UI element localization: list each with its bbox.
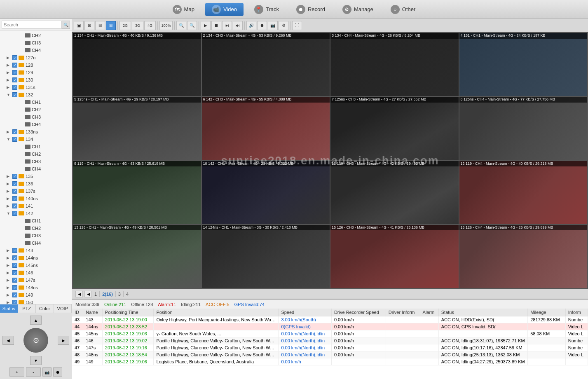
tb-volume[interactable]: 🔊 [246, 21, 256, 30]
tree-checkbox[interactable]: ✓ [12, 137, 17, 142]
tree-item-134_ch2[interactable]: CH2 [12, 150, 72, 158]
tb-4g[interactable]: 4G [144, 21, 156, 30]
tb-play[interactable]: ▶ [201, 21, 211, 30]
tree-item-142_ch1[interactable]: CH1 [12, 217, 72, 225]
tree-checkbox[interactable]: ✓ [12, 278, 17, 283]
tree-item-136[interactable]: ▶✓136 [5, 180, 72, 187]
tree-item-128[interactable]: ▶✓128 [5, 61, 72, 69]
tree-checkbox[interactable]: ✓ [12, 129, 17, 134]
video-cell-9[interactable]: 9 119 - CH1 - Main-Stream - 4G - 43 KB/S… [73, 161, 201, 224]
video-cell-16[interactable]: 16 126 - CH4 - Main-Stream - 4G - 26 KB/… [459, 225, 588, 288]
search-button[interactable]: 🔍 [62, 21, 70, 29]
tree-checkbox[interactable]: ✓ [12, 92, 17, 97]
nav-video[interactable]: 📹 Video [205, 3, 244, 16]
tree-item-131s[interactable]: ▶✓131s [5, 84, 72, 91]
tree-expander[interactable]: ▼ [7, 137, 12, 141]
video-cell-6[interactable]: 6 142 - CH3 - Main-Stream - 4G - 55 KB/S… [202, 97, 330, 160]
tree-expander[interactable]: ▼ [7, 93, 12, 97]
tree-expander[interactable]: ▶ [7, 263, 12, 267]
nav-record[interactable]: ⏺ Record [290, 3, 332, 16]
tree-item-133ns[interactable]: ▶✓133ns [5, 128, 72, 136]
tb-layout-3[interactable]: ⊟ [95, 21, 105, 30]
tree-checkbox[interactable]: ✓ [12, 255, 17, 260]
data-table-scroll[interactable]: ID Name Positioning Time Position Speed … [72, 309, 588, 379]
tree-checkbox[interactable]: ✓ [12, 300, 17, 304]
tree-checkbox[interactable]: ✓ [12, 285, 17, 290]
tb-2g[interactable]: 2G [119, 21, 131, 30]
tb-layout-2[interactable]: ⊞ [84, 21, 94, 30]
tree-expander[interactable]: ▶ [7, 70, 12, 75]
video-cell-11[interactable]: 11 119 - CH3 - Main-Stream - 4G - 42 KB/… [330, 161, 459, 224]
ptz-joystick[interactable]: ⊙ [23, 328, 48, 353]
tb-100[interactable]: 100% [159, 21, 173, 30]
tree-expander[interactable]: ▶ [7, 256, 12, 260]
tree-item-142[interactable]: ▼✓142 [5, 210, 72, 217]
tree-expander[interactable]: ▶ [7, 56, 12, 60]
table-row[interactable]: 431432019-06-22 13:19:00Oxley Highway, P… [72, 316, 588, 323]
tree-item-144ns[interactable]: ▶✓144ns [5, 254, 72, 262]
tb-snapshot[interactable]: 📷 [268, 21, 278, 30]
ptz-record[interactable]: ⏺ [53, 367, 62, 377]
tree-item-134_ch4[interactable]: CH4 [12, 165, 72, 173]
nav-track[interactable]: 📍 Track [248, 3, 286, 16]
nav-map[interactable]: 🗺 Map [166, 3, 201, 16]
video-cell-12[interactable]: 12 119 - CH4 - Main-Stream - 4G - 40 KB/… [459, 161, 588, 224]
tb-layout-1[interactable]: ▣ [74, 21, 84, 30]
table-row[interactable]: 45145ns2019-06-22 13:19:03y- Grafton, Ne… [72, 330, 588, 337]
tree-expander[interactable]: ▶ [7, 197, 12, 201]
tree-checkbox[interactable]: ✓ [12, 270, 17, 275]
tree-expander[interactable]: ▼ [7, 211, 12, 215]
video-cell-3[interactable]: 3 134 - CH4 - Main-Stream - 4G - 26 KB/S… [330, 33, 459, 96]
tree-item-ch3[interactable]: CH3 [12, 39, 72, 47]
video-cell-8[interactable]: 8 125ns - CH4 - Main-Stream - 4G - 77 KB… [459, 97, 588, 160]
tree-expander[interactable]: ▶ [7, 300, 12, 304]
tree-item-132[interactable]: ▼✓132 [5, 91, 72, 98]
tree-checkbox[interactable]: ✓ [12, 196, 17, 201]
ptz-up[interactable]: ▲ [30, 316, 42, 325]
table-row[interactable]: 491492019-06-22 13:19:06Logistics Place,… [72, 358, 588, 365]
video-cell-7[interactable]: 7 125ns - CH3 - Main-Stream - 4G - 27 KB… [330, 97, 459, 160]
ptz-zoom-out[interactable]: - [26, 367, 41, 377]
video-cell-15[interactable]: 15 126 - CH3 - Main-Stream - 4G - 41 KB/… [330, 225, 459, 288]
ptz-zoom-in[interactable]: + [9, 367, 24, 377]
video-cell-13[interactable]: 13 126 - CH1 - Main-Stream - 4G - 49 KB/… [73, 225, 201, 288]
tree-item-134_ch1[interactable]: CH1 [12, 143, 72, 150]
tree-expander[interactable]: ▶ [7, 293, 12, 297]
tree-checkbox[interactable]: ✓ [12, 174, 17, 179]
tree-item-142_ch2[interactable]: CH2 [12, 225, 72, 232]
page-4[interactable]: 4 [125, 292, 129, 297]
tree-item-143[interactable]: ▶✓143 [5, 247, 72, 254]
page-prev[interactable]: ◀ [75, 291, 83, 297]
tree-checkbox[interactable]: ✓ [12, 55, 17, 60]
tree-checkbox[interactable]: ✓ [12, 263, 17, 268]
tree-expander[interactable]: ▶ [7, 278, 12, 282]
nav-manage[interactable]: ⚙ Manage [336, 3, 380, 16]
video-cell-4[interactable]: 4 151 - CH1 - Main-Stream - 4G - 24 KB/S… [459, 33, 588, 96]
tree-item-150[interactable]: ▶✓150 [5, 299, 72, 304]
tree-checkbox[interactable]: ✓ [12, 85, 17, 90]
tb-3g[interactable]: 3G [132, 21, 143, 30]
ptz-right[interactable]: ▶ [58, 336, 69, 345]
table-row[interactable]: 44144ns2019-06-22 13:23:520(GPS Invalid)… [72, 323, 588, 330]
tree-item-142_ch3[interactable]: CH3 [12, 232, 72, 239]
page-2[interactable]: 2(16) [101, 292, 114, 297]
tree-expander[interactable]: ▶ [7, 271, 12, 275]
tree-item-130[interactable]: ▶✓130 [5, 76, 72, 84]
tree-expander[interactable]: ▶ [7, 189, 12, 193]
ptz-snap[interactable]: 📷 [42, 367, 52, 377]
tree-checkbox[interactable]: ✓ [12, 181, 17, 186]
tree-item-146[interactable]: ▶✓146 [5, 269, 72, 276]
video-cell-5[interactable]: 5 125ns - CH1 - Main-Stream - 4G - 29 KB… [73, 97, 201, 160]
tree-checkbox[interactable]: ✓ [12, 70, 17, 75]
page-first[interactable]: ◀ [84, 291, 92, 297]
tree-item-ch2[interactable]: CH2 [12, 32, 72, 39]
tab-ptz[interactable]: PTZ [18, 304, 36, 313]
tree-item-132_ch1[interactable]: CH1 [12, 98, 72, 106]
search-input[interactable] [2, 21, 62, 29]
tree-item-135[interactable]: ▶✓135 [5, 173, 72, 180]
tree-item-142_ch4[interactable]: CH4 [12, 239, 72, 247]
video-cell-14[interactable]: 14 124ns - CH1 - Main-Stream - 3G - 30 K… [202, 225, 330, 288]
tree-item-ch4[interactable]: CH4 [12, 47, 72, 54]
ptz-left[interactable]: ◀ [2, 336, 14, 345]
page-3[interactable]: 3 [117, 292, 122, 297]
